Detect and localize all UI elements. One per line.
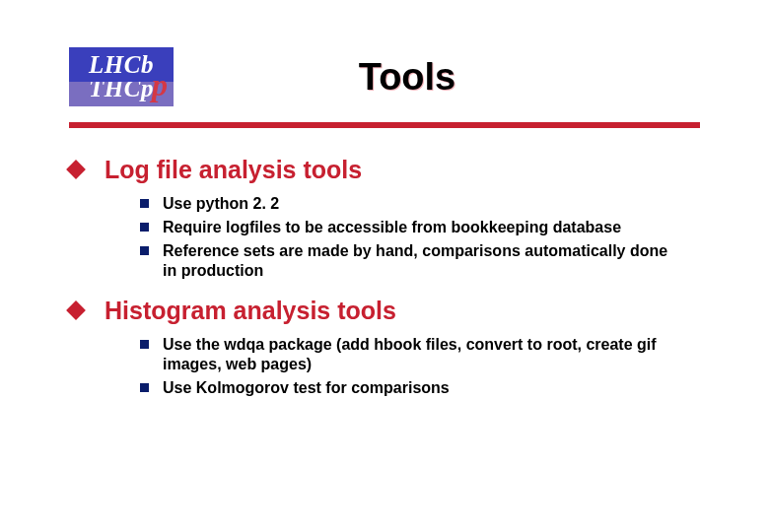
square-bullet-icon [140, 246, 149, 255]
section-histogram: Histogram analysis tools Use the wdqa pa… [69, 297, 700, 398]
square-bullet-icon [140, 340, 149, 349]
square-bullet-icon [140, 199, 149, 208]
section-title: Histogram analysis tools [105, 297, 396, 325]
diamond-bullet-icon [66, 300, 86, 320]
section-head: Histogram analysis tools [69, 297, 700, 325]
item-text: Use the wdqa package (add hbook files, c… [163, 335, 675, 374]
lhcb-logo: LHCb THCp p [69, 47, 174, 106]
list-item: Reference sets are made by hand, compari… [140, 241, 700, 281]
list-item: Require logfiles to be accessible from b… [140, 218, 700, 237]
square-bullet-icon [140, 223, 149, 232]
item-list: Use python 2. 2 Require logfiles to be a… [69, 194, 700, 281]
diamond-bullet-icon [66, 160, 86, 179]
list-item: Use the wdqa package (add hbook files, c… [140, 335, 700, 374]
section-head: Log file analysis tools [69, 156, 700, 184]
slide-title: Tools [174, 56, 700, 99]
item-text: Use Kolmogorov test for comparisons [163, 378, 450, 398]
logo-overlay: p [152, 67, 168, 103]
slide-content: Log file analysis tools Use python 2. 2 … [0, 128, 769, 398]
section-title: Log file analysis tools [105, 156, 362, 184]
divider-wrap [0, 116, 769, 128]
section-logfile: Log file analysis tools Use python 2. 2 … [69, 156, 700, 281]
item-list: Use the wdqa package (add hbook files, c… [69, 335, 700, 398]
slide-header: LHCb THCp p Tools [0, 0, 769, 116]
item-text: Use python 2. 2 [163, 194, 279, 214]
list-item: Use Kolmogorov test for comparisons [140, 378, 700, 398]
list-item: Use python 2. 2 [140, 194, 700, 214]
item-text: Require logfiles to be accessible from b… [163, 218, 621, 237]
square-bullet-icon [140, 383, 149, 392]
item-text: Reference sets are made by hand, compari… [163, 241, 675, 281]
